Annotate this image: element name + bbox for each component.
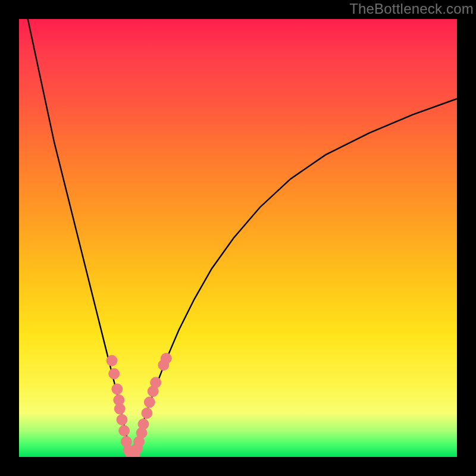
data-marker — [138, 419, 149, 430]
data-marker — [119, 425, 130, 436]
data-marker — [117, 414, 127, 425]
data-marker — [109, 368, 120, 379]
data-marker — [142, 408, 152, 418]
data-marker — [151, 377, 161, 388]
curve-right — [132, 99, 457, 457]
data-marker — [144, 397, 155, 408]
data-marker — [161, 353, 171, 364]
data-marker — [107, 355, 117, 366]
watermark-text: TheBottleneck.com — [349, 1, 474, 17]
data-marker — [112, 384, 123, 394]
plot-area — [19, 19, 457, 457]
chart-frame: TheBottleneck.com — [0, 0, 476, 476]
curve-svg — [19, 19, 457, 457]
data-marker — [114, 403, 125, 414]
marker-group — [107, 353, 171, 457]
